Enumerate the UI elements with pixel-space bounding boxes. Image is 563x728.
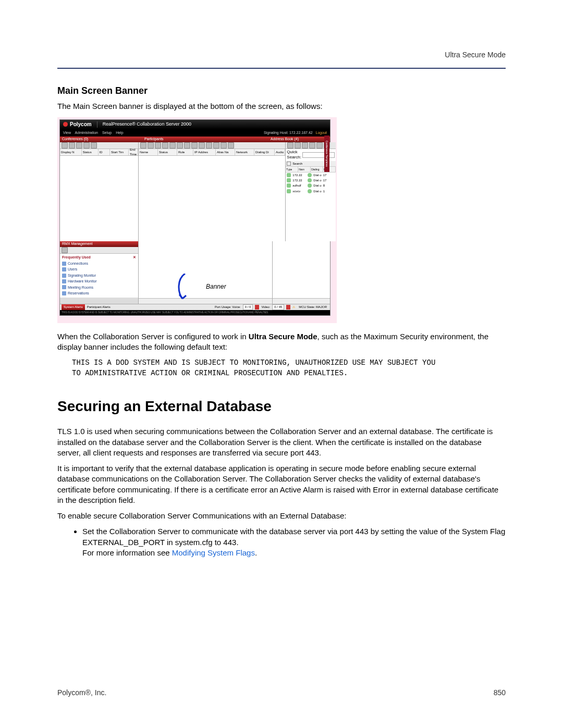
entry-icon [287, 173, 291, 177]
toolbar-icon[interactable] [287, 142, 293, 149]
rmx-item-signaling-monitor[interactable]: Signaling Monitor [62, 273, 136, 278]
rmx-item-connections[interactable]: Connections [62, 261, 136, 266]
port-usage-label: Port Usage: Voice: [215, 305, 241, 309]
header-rule [57, 68, 506, 69]
video-label: Video: [261, 305, 270, 309]
toolbar-icon[interactable] [69, 142, 75, 149]
toolbar-icon[interactable] [62, 142, 68, 149]
conferences-toolbar[interactable] [60, 142, 138, 149]
toolbar-icon[interactable] [184, 142, 190, 149]
product-label: RealPresence® Collaboration Server 2000 [103, 121, 191, 127]
tree-icon [62, 262, 66, 266]
banner-arrow-icon [175, 274, 195, 305]
page-header-section: Ultra Secure Mode [445, 50, 506, 60]
entry-icon [287, 183, 291, 188]
menu-help[interactable]: Help [116, 131, 123, 134]
toolbar-icon[interactable] [83, 142, 90, 149]
toolbar-icon[interactable] [206, 142, 212, 149]
p-enable: To enable secure Collaboration Server Co… [57, 511, 506, 521]
toolbar-icon[interactable] [169, 142, 176, 149]
screenshot-figure: Polycom RealPresence® Collaboration Serv… [57, 117, 337, 323]
toolbar-icon[interactable] [62, 247, 68, 253]
rmx-item-meeting-rooms[interactable]: Meeting Rooms [62, 285, 136, 290]
banner-callout-label: Banner [206, 282, 226, 291]
toolbar-icon[interactable] [302, 142, 308, 149]
participant-alerts-tab[interactable]: Participant Alerts [87, 305, 111, 309]
conferences-columns: Display N Status ID Start Tim End Time [60, 149, 138, 156]
tree-icon [62, 274, 66, 278]
toolbar-icon[interactable] [76, 142, 82, 149]
menu-setup[interactable]: Setup [102, 131, 112, 134]
intro-text: The Main Screen banner is displayed at t… [57, 101, 506, 112]
menu-view[interactable]: View [63, 131, 71, 134]
toolbar-icon[interactable] [155, 142, 161, 149]
toolbar-icon[interactable] [316, 142, 323, 149]
rmx-item-reservations[interactable]: Reservations [62, 290, 136, 296]
paragraph-ultra-secure: When the Collaboration Server is configu… [57, 331, 506, 353]
quick-search-label: Quick Search: [287, 150, 301, 161]
logout-link[interactable]: Logout [316, 131, 327, 134]
voice-usage: 0 / 0 [243, 304, 253, 310]
toolbar-icon[interactable] [162, 142, 168, 149]
conference-templates-tab[interactable]: Conference Templates [324, 135, 329, 172]
p-tls: TLS 1.0 is used when securing communicat… [57, 426, 506, 458]
horizontal-scrollbar[interactable] [273, 298, 330, 304]
toolbar-icon[interactable] [309, 142, 315, 149]
default-banner-text: THIS IS A DOD SYSTEM AND IS SUBJECT TO M… [72, 357, 506, 379]
toolbar-icon[interactable] [228, 142, 234, 149]
toolbar-icon[interactable] [91, 142, 97, 149]
heading-securing-external-db: Securing an External Database [57, 397, 506, 416]
tree-icon [62, 285, 66, 289]
banner-disclaimer: THIS IS A DOD SYSTEM AND IS SUBJECT TO M… [60, 310, 330, 315]
warn-icon: ⚠ [292, 305, 295, 309]
tree-icon [62, 291, 66, 295]
toolbar-icon[interactable] [199, 142, 205, 149]
frequently-used-label: Frequently Used [62, 255, 91, 260]
entry-icon [287, 189, 291, 193]
horizontal-scrollbar[interactable] [139, 298, 272, 304]
addressbook-row[interactable]: adfsdfDial o8 [286, 183, 336, 188]
system-alerts-tab[interactable]: System Alerts [62, 304, 85, 310]
app-titlebar: Polycom RealPresence® Collaboration Serv… [60, 120, 330, 129]
video-usage: 0 / 45 [272, 304, 284, 310]
addressbook-panel-header: Address Book (4) [268, 137, 330, 142]
signaling-host-label: Signaling Host: 172.22.187.42 [264, 131, 313, 134]
mcu-state: MCU State: MAJOR [297, 305, 328, 310]
participants-panel-header: Participants [142, 137, 268, 142]
addressbook-row[interactable]: 172.22Dial o17 [286, 172, 336, 178]
menu-administration[interactable]: Administration [75, 131, 98, 134]
addressbook-row[interactable]: xcvcvDial o1 [286, 189, 336, 194]
toolbar-icon[interactable] [148, 142, 154, 149]
p-verify: It is important to verify that the exter… [57, 463, 506, 505]
tree-icon [62, 279, 66, 283]
brand-label: Polycom [70, 121, 92, 128]
participants-columns: Name Status Role IP Addres Alias Na Netw… [139, 149, 285, 156]
rmx-panel-header: RMX Management [60, 241, 138, 247]
rmx-item-users[interactable]: Users [62, 266, 136, 272]
toolbar-icon[interactable] [221, 142, 227, 149]
link-modifying-system-flags[interactable]: Modifying System Flags [172, 548, 255, 557]
toolbar-icon[interactable] [213, 142, 219, 149]
quick-search-input[interactable] [302, 152, 335, 158]
footer-company: Polycom®, Inc. [57, 688, 106, 698]
footer-page-number: 850 [494, 688, 506, 698]
addressbook-row[interactable]: 172.22Dial o17 [286, 178, 336, 183]
toolbar-icon[interactable] [177, 142, 183, 149]
toolbar-icon[interactable] [140, 142, 146, 149]
rmx-item-hardware-monitor[interactable]: Hardware Monitor [62, 278, 136, 284]
conferences-panel-header: Conferences (0) [60, 137, 142, 142]
tree-icon [62, 267, 66, 272]
collapse-icon[interactable]: ✕ [133, 255, 136, 260]
toolbar-icon[interactable] [191, 142, 198, 149]
toolbar-icon[interactable] [295, 142, 301, 149]
bullet-set-flag: Set the Collaboration Server to communic… [82, 526, 506, 558]
search-node[interactable]: Search [292, 162, 302, 166]
participants-toolbar[interactable] [139, 142, 285, 149]
polycom-logo-icon [63, 122, 68, 127]
entry-icon [287, 178, 291, 182]
heading-main-screen-banner: Main Screen Banner [57, 84, 506, 97]
